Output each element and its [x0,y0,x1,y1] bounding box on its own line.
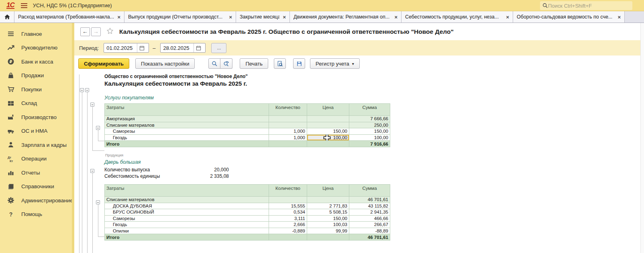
report-title: Калькуляция себестоимости за Февраль 202… [104,80,247,87]
table-row[interactable]: Списание материалов 46 701,61 [105,197,390,203]
stat-label: Себестоимость единицы [104,173,160,179]
stat-label: Количество выпуска [104,167,150,173]
sidebar-item-glavnoe[interactable]: Главное [0,27,74,41]
sidebar-item-bank-i-kassa[interactable]: ₽ Банк и касса [0,55,74,69]
table-row[interactable]: Опилки -0,889 99,99 -88,89 [105,228,390,234]
svg-text:Кт: Кт [10,159,13,162]
main-menu-icon[interactable] [21,3,27,8]
period-from-input[interactable] [104,45,137,51]
search-button-group [208,58,232,69]
tree-line [98,204,98,237]
print-button[interactable]: Печать [240,58,268,69]
tab-dvizheniya-dokumenta[interactable]: Движения документа: Регламентная оп... × [290,11,401,23]
sidebar-item-rukovoditelyu[interactable]: Руководителю [0,41,74,55]
sidebar-item-operacii[interactable]: ДтКт Операции [0,152,74,166]
close-icon[interactable]: × [394,14,397,20]
form-header: ← → Калькуляция себестоимости за Февраль… [74,23,644,40]
close-icon[interactable]: × [229,14,232,20]
factory-icon [7,113,14,121]
table-row[interactable]: ДОСКА ДУБОВАЯ 15,555 2 771,83 43 115,82 [105,203,390,209]
warehouse-icon [7,100,14,107]
table-total-row[interactable]: Итого 7 916,66 [105,141,390,147]
tab-rashod-materialov[interactable]: Расход материалов (Требования-накла... × [14,11,124,23]
table-header-row: Затраты Количество Цена Сумма [105,185,390,197]
home-tab[interactable] [0,11,14,23]
find-button[interactable] [208,58,220,69]
show-settings-button[interactable]: Показать настройки [135,58,195,69]
back-button[interactable]: ← [80,27,90,36]
tree-line [92,150,104,151]
table-row[interactable]: Амортизация 7 666,66 [105,116,390,122]
find-next-button[interactable] [220,58,232,69]
preview-icon [277,61,283,67]
period-label: Период: [79,45,99,51]
table-row[interactable]: Саморезы 3,111 150,00 466,66 [105,215,390,222]
sidebar-item-zarplata-i-kadry[interactable]: Зарплата и кадры [0,138,74,152]
period-to-field[interactable] [160,43,206,53]
tab-sebestoimost[interactable]: Себестоимость продукции, услуг, неза... … [401,11,513,23]
print-preview-button[interactable] [274,58,286,69]
books-icon [7,183,14,190]
tab-vypusk-produkcii[interactable]: Выпуск продукции (Отчеты производст... × [124,11,236,23]
vertical-scrollbar[interactable] [640,23,644,253]
bag-icon [7,72,14,79]
sidebar-item-administrirovanie[interactable]: Администрирование [0,193,74,208]
close-icon[interactable]: × [117,14,120,20]
tree-line [82,92,82,253]
menu-icon [7,30,14,37]
services-table: Затраты Количество Цена Сумма Амортизаци… [104,103,390,147]
bar-chart-icon [7,169,14,176]
tree-line [98,237,104,237]
period-to-input[interactable] [161,45,194,51]
tab-osv[interactable]: Оборотно-сальдовая ведомость по сче... × [513,11,625,23]
calendar-icon[interactable] [137,43,147,52]
table-row[interactable]: Саморезы 1,000 150,00 150,00 [105,128,390,135]
sidebar-item-prodazhi[interactable]: Продажи [0,69,74,83]
tree-line [92,173,93,253]
tree-line [92,107,93,150]
global-search[interactable] [540,1,632,10]
selected-cell[interactable]: 100,00 [307,134,349,141]
search-icon [212,61,218,67]
table-total-row[interactable]: Итого 46 701,61 [105,234,390,241]
gear-icon [7,197,14,204]
register-menu-button[interactable]: Регистр учета ▾ [310,58,360,69]
close-icon[interactable]: × [283,14,286,20]
group-collapse-button[interactable] [96,126,100,130]
sidebar-item-pokupki[interactable]: Покупки [0,82,74,97]
group-collapse-button[interactable] [90,169,94,173]
report-org-name: Общество с ограниченной ответственностью… [104,74,248,79]
period-from-field[interactable] [104,43,149,53]
period-row: Период: – ... [74,40,641,56]
favorite-star-icon[interactable] [106,27,114,36]
sidebar-item-spravochniki[interactable]: Справочники [0,180,74,194]
tree-line [98,141,104,141]
table-row[interactable]: БРУС ОСИНОВЫЙ 0,534 5 508,15 2 941,35 [105,209,390,216]
sidebar-item-sklad[interactable]: Склад [0,97,74,111]
search-input[interactable] [548,3,624,9]
group-collapse-button[interactable] [90,103,94,107]
tab-zakrytie-mesyaca[interactable]: Закрытие месяца × [236,11,290,23]
table-row[interactable]: Гвоздь 1,000 100,00 100,00 [105,134,390,141]
sidebar-item-otchety[interactable]: Отчеты [0,166,74,180]
save-button[interactable] [293,58,305,69]
group-collapse-button[interactable] [96,200,100,204]
sidebar-item-pomosch[interactable]: ? Помощь [0,208,74,222]
table-row[interactable]: Списание материалов 250,00 [105,122,390,128]
sidebar-item-proizvodstvo[interactable]: Производство [0,110,74,124]
period-more-button[interactable]: ... [211,43,226,53]
report-toolbar: Сформировать Показать настройки Печать Р… [74,56,644,72]
table-row[interactable]: Гвоздь 2,666 100,03 266,67 [105,222,390,228]
generate-button[interactable]: Сформировать [78,58,129,69]
calendar-icon[interactable] [194,43,203,52]
tree-line [79,74,79,253]
window-title: УСН, НДС 5% (1С:Предприятие) [33,2,112,8]
close-icon[interactable]: × [618,14,621,20]
sidebar-item-os-i-nma[interactable]: ОС и НМА [0,124,74,138]
group-collapse-button[interactable] [80,88,84,92]
group-collapse-button[interactable] [85,88,89,92]
forward-button[interactable]: → [91,27,101,36]
search-icon [542,3,548,8]
tree-line [98,130,98,141]
close-icon[interactable]: × [506,14,509,20]
